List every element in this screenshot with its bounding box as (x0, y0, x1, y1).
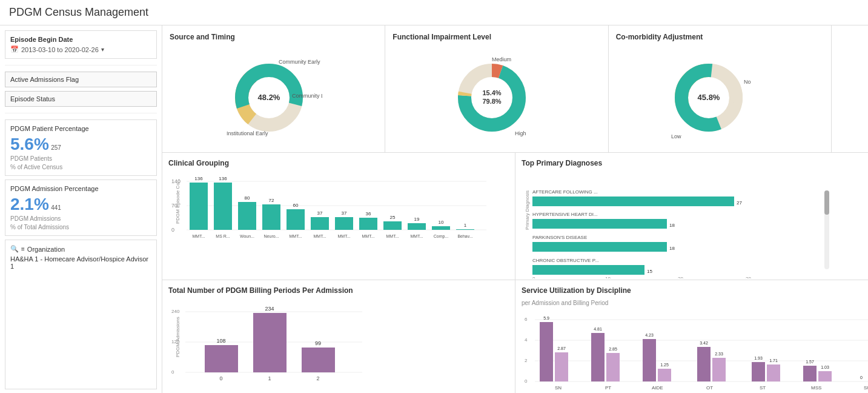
svg-rect-71 (532, 219, 667, 229)
svg-rect-127 (712, 358, 726, 381)
svg-text:1.93: 1.93 (754, 356, 763, 360)
chevron-down-icon[interactable]: ▾ (101, 46, 104, 53)
svg-text:15: 15 (647, 269, 652, 274)
svg-rect-36 (238, 202, 256, 230)
svg-text:MMT...: MMT... (362, 234, 375, 238)
pdgm-admission-sub: PDGM Admissions (10, 215, 61, 222)
svg-text:1.03: 1.03 (821, 365, 829, 369)
episode-status-filter[interactable]: Episode Status (5, 91, 157, 107)
svg-text:PDGM Admissions: PDGM Admissions (175, 317, 181, 357)
svg-rect-57 (408, 223, 426, 230)
svg-text:0: 0 (532, 276, 535, 278)
top-row: Source and Timing 48.2% Community Early (162, 25, 868, 153)
svg-text:36: 36 (366, 211, 371, 217)
svg-rect-60 (432, 226, 450, 230)
svg-rect-99 (302, 348, 335, 372)
svg-text:MS R...: MS R... (216, 234, 230, 238)
svg-rect-96 (253, 313, 287, 372)
bottom-row: Total Number of PDGM Billing Periods Per… (162, 280, 868, 393)
source-timing-title: Source and Timing (170, 33, 377, 41)
svg-text:1: 1 (268, 375, 271, 381)
svg-rect-42 (287, 209, 305, 230)
svg-text:Comp...: Comp... (434, 234, 449, 239)
sidebar: Episode Begin Date 📅 2013-03-10 to 2020-… (0, 25, 162, 393)
org-item: HA&HA 1 - Homecare Advisor/Hospice Advis… (10, 255, 151, 270)
top-diagnoses-chart: Primary Diagnosis AFTERCARE FOLLOWING ..… (522, 172, 862, 280)
svg-rect-85 (824, 190, 829, 215)
comorbidity-title: Co-morbidity Adjustment (616, 33, 824, 41)
pdgm-admission-title: PDGM Admission Percentage (10, 185, 151, 192)
svg-text:10: 10 (605, 276, 611, 278)
svg-rect-51 (359, 218, 377, 230)
org-filter-label[interactable]: 🔍 ≡ Organization (10, 245, 151, 253)
svg-text:MSS: MSS (811, 385, 821, 391)
svg-text:MMT...: MMT... (290, 234, 302, 238)
svg-text:PT: PT (605, 385, 611, 391)
pdgm-admission-value: 2.1% (10, 195, 49, 213)
svg-text:Primary Diagnosis: Primary Diagnosis (525, 190, 530, 230)
pdgm-admission-count: 441 (51, 204, 61, 211)
active-admissions-flag-filter[interactable]: Active Admissions Flag (5, 72, 157, 87)
billing-periods-title: Total Number of PDGM Billing Periods Per… (168, 286, 509, 295)
svg-text:ST: ST (760, 385, 766, 391)
svg-text:0: 0 (171, 369, 174, 375)
svg-text:1.71: 1.71 (769, 358, 778, 363)
search-icon: 🔍 (10, 245, 19, 253)
functional-impairment-chart: 15.4% 79.8% Medium High (393, 46, 600, 145)
svg-text:Community Early: Community Early (279, 59, 320, 65)
svg-text:20: 20 (678, 276, 683, 278)
svg-rect-125 (697, 347, 711, 381)
svg-rect-33 (214, 183, 232, 230)
clinical-grouping-chart: 140 70 0 PDGM Episode Co... (168, 172, 509, 280)
service-utilization-chart: 6 4 2 0 5.9 2.87 (522, 307, 862, 393)
svg-rect-74 (532, 242, 667, 252)
svg-text:Medium: Medium (492, 56, 511, 62)
svg-text:AIDE: AIDE (652, 385, 663, 391)
functional-impairment-card: Functional Impairment Level 15.4% 79.8% … (385, 25, 608, 152)
pdgm-admission-census: % of Total Admissions (10, 224, 151, 230)
calendar-icon: 📅 (10, 45, 19, 53)
svg-text:37: 37 (317, 210, 323, 216)
svg-text:3.42: 3.42 (700, 341, 708, 345)
organization-filter: 🔍 ≡ Organization HA&HA 1 - Homecare Advi… (5, 240, 157, 389)
svg-rect-30 (190, 183, 208, 230)
svg-text:Institutional Early: Institutional Early (227, 130, 268, 136)
svg-text:60: 60 (293, 203, 299, 208)
svg-text:1.57: 1.57 (806, 360, 814, 364)
svg-text:27: 27 (737, 200, 742, 206)
svg-text:HYPERTENSIVE HEART DI...: HYPERTENSIVE HEART DI... (532, 212, 598, 217)
pdgm-patient-title: PDGM Patient Percentage (10, 125, 151, 132)
svg-text:4.81: 4.81 (594, 327, 602, 331)
svg-text:79.8%: 79.8% (482, 98, 501, 105)
date-range-value[interactable]: 📅 2013-03-10 to 2020-02-26 ▾ (10, 45, 151, 53)
svg-text:99: 99 (315, 340, 321, 346)
svg-text:Woun...: Woun... (240, 234, 254, 238)
svg-text:0: 0 (860, 375, 863, 380)
svg-text:Low: Low (671, 133, 681, 139)
svg-text:4.23: 4.23 (645, 333, 654, 337)
svg-text:MMT...: MMT... (193, 234, 205, 238)
clinical-grouping-card: Clinical Grouping 140 70 0 PDGM Episode … (162, 153, 515, 280)
svg-text:High: High (515, 130, 526, 136)
svg-text:5.9: 5.9 (543, 316, 549, 320)
comorbidity-card: Co-morbidity Adjustment 45.8% No Low (609, 25, 832, 152)
episode-date-filter[interactable]: Episode Begin Date 📅 2013-03-10 to 2020-… (5, 30, 157, 59)
svg-text:SUP: SUP (864, 385, 868, 391)
top-primary-diagnoses-card: Top Primary Diagnoses Primary Diagnosis … (515, 153, 868, 280)
svg-text:19: 19 (414, 217, 420, 222)
svg-text:0: 0 (171, 227, 174, 233)
svg-text:0: 0 (219, 375, 222, 381)
svg-text:72: 72 (269, 198, 274, 203)
svg-text:136: 136 (219, 176, 227, 181)
svg-text:OT: OT (706, 385, 713, 391)
svg-text:MMT...: MMT... (314, 234, 326, 238)
svg-text:PDGM Episode Co...: PDGM Episode Co... (175, 179, 181, 224)
svg-rect-122 (658, 369, 671, 381)
svg-rect-45 (311, 217, 329, 230)
svg-rect-135 (803, 366, 817, 381)
billing-periods-card: Total Number of PDGM Billing Periods Per… (162, 280, 515, 393)
episode-date-label: Episode Begin Date (10, 36, 151, 43)
svg-text:Behav...: Behav... (457, 234, 472, 238)
svg-text:1: 1 (464, 223, 467, 228)
svg-text:2.87: 2.87 (557, 346, 566, 351)
